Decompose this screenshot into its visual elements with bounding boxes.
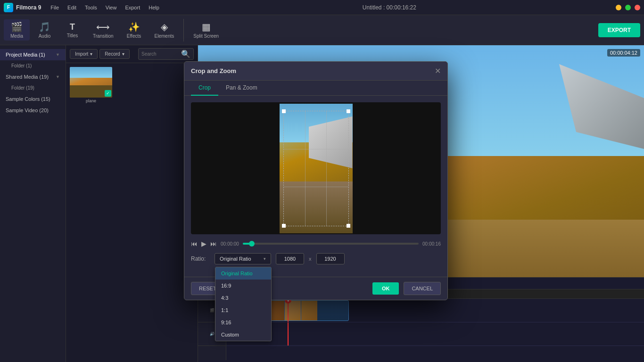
sidebar-item-project-media[interactable]: Project Media (1) ▼ [0,49,66,60]
ratio-select[interactable]: Original Ratio ▾ Original Ratio 16:9 4:3… [215,253,271,264]
app-name: Filmora 9 [16,4,41,11]
toolbar-separator [183,19,184,41]
effects-label: Effects [127,33,141,39]
crop-grid-horiz-1 [284,149,348,149]
import-button[interactable]: Import ▾ [70,49,98,59]
menu-bar: File Edit Tools View Export Help [47,3,163,12]
media-panel: Import ▾ Record ▾ 🔍 ✓ [66,45,198,362]
playhead-marker[interactable]: ● [288,299,289,322]
video-track-row: ● plane [226,299,644,322]
dropdown-item-916[interactable]: 9:16 [215,316,271,329]
crop-image [280,104,353,233]
top-bar-left: F Filmora 9 File Edit Tools View Export … [4,3,163,12]
clip-thumb-3 [284,301,301,321]
dropdown-item-169[interactable]: 16:9 [215,280,271,292]
toolbar-titles[interactable]: T Titles [59,20,85,40]
dropdown-item-original[interactable]: Original Ratio [215,267,271,280]
sidebar-project-media-label: Project Media (1) [6,52,45,58]
close-button[interactable] [635,5,640,10]
ratio-dropdown-arrow-icon: ▾ [264,256,266,261]
menu-file[interactable]: File [47,3,63,12]
crop-preview-container [191,102,441,234]
split-screen-icon: ▦ [202,21,211,33]
playback-dot [249,241,255,247]
dropdown-item-43[interactable]: 4:3 [215,292,271,304]
width-input[interactable]: 1080 [276,253,304,264]
tab-crop[interactable]: Crop [191,81,218,96]
app-logo-icon: F [4,3,13,12]
dialog-close-button[interactable]: ✕ [435,66,441,75]
playback-time-current: 00:00:00 [221,241,239,247]
crop-handle-tr[interactable] [347,109,350,113]
transition-label: Transition [93,33,114,39]
crop-dialog: Crop and Zoom ✕ Crop Pan & Zoom [184,61,448,300]
maximize-button[interactable] [625,5,631,10]
sidebar-folder1-label: Folder (1) [11,63,32,68]
cancel-button[interactable]: CANCEL [404,282,441,295]
menu-help[interactable]: Help [145,3,163,12]
search-icon: 🔍 [181,49,190,58]
thumb-check-icon: ✓ [105,90,111,97]
dimension-separator: x [309,256,312,262]
toolbar-effects[interactable]: ✨ Effects [121,19,147,41]
toolbar-audio[interactable]: 🎵 Audio [32,19,58,41]
playback-prev-button[interactable]: ⏮ [191,240,198,247]
playback-play-button[interactable]: ▶ [201,240,206,247]
playback-bar[interactable] [243,243,419,245]
toolbar-media[interactable]: 🎬 Media [4,19,30,41]
menu-export[interactable]: Export [121,3,144,12]
minimize-button[interactable] [616,5,621,10]
sidebar-item-sample-colors[interactable]: Sample Colors (15) [0,93,66,105]
ratio-selected-value: Original Ratio [220,256,251,262]
audio-label: Audio [39,33,51,39]
export-button[interactable]: EXPORT [598,23,640,37]
window-controls [616,5,640,10]
record-button[interactable]: Record ▾ [99,49,129,59]
toolbar-split-screen[interactable]: ▦ Split Screen [188,19,224,41]
crop-handle-tl[interactable] [282,109,286,113]
crop-grid-horiz-2 [284,187,348,187]
sidebar-item-folder19[interactable]: Folder (19) [0,82,66,93]
media-toolbar: Import ▾ Record ▾ 🔍 [66,45,198,63]
menu-tools[interactable]: Tools [81,3,101,12]
sidebar-arrow-shared: ▼ [56,74,60,79]
crop-handle-bl[interactable] [282,224,286,228]
ok-button[interactable]: OK [372,282,399,295]
crop-handle-br[interactable] [347,224,350,228]
tab-pan-zoom[interactable]: Pan & Zoom [218,81,265,96]
sidebar-item-shared-media[interactable]: Shared Media (19) ▼ [0,71,66,82]
dialog-body: ⏮ ▶ ⏭ 00:00:00 00:00:16 Ratio: Original … [184,96,447,277]
import-arrow-icon: ▾ [90,51,92,57]
record-label: Record [105,51,120,57]
effects-icon: ✨ [128,21,140,33]
sidebar-item-folder1[interactable]: Folder (1) [0,60,66,71]
menu-edit[interactable]: Edit [64,3,80,12]
crop-selection-box[interactable] [283,111,349,226]
preview-time: 00:00:04:12 [607,49,640,57]
dialog-title-bar: Crop and Zoom ✕ [184,62,447,81]
sidebar-item-sample-video[interactable]: Sample Video (20) [0,105,66,116]
media-search-box[interactable]: 🔍 [138,48,194,60]
crop-grid-vert-1 [305,111,305,226]
media-item-plane[interactable]: ✓ plane [70,67,112,103]
main-toolbar: 🎬 Media 🎵 Audio T Titles ⟷ Transition ✨ … [0,15,644,45]
import-label: Import [75,51,88,57]
dropdown-item-custom[interactable]: Custom [215,329,271,341]
toolbar-elements[interactable]: ◈ Elements [149,19,180,41]
playback-next-button[interactable]: ⏭ [210,240,217,247]
ratio-label: Ratio: [191,255,210,262]
menu-view[interactable]: View [102,3,121,12]
titles-label: Titles [67,33,78,38]
track-content: ● plane [226,299,644,360]
sidebar: Project Media (1) ▼ Folder (1) Shared Me… [0,45,66,362]
sidebar-sample-colors-label: Sample Colors (15) [6,96,50,102]
search-input[interactable] [141,51,179,57]
titles-icon: T [70,22,75,32]
toolbar-transition[interactable]: ⟷ Transition [87,19,119,41]
media-grid: ✓ plane [66,63,198,107]
dialog-title: Crop and Zoom [191,67,236,74]
record-arrow-icon: ▾ [122,51,124,57]
dropdown-item-11[interactable]: 1:1 [215,304,271,316]
media-thumb-plane[interactable]: ✓ [70,67,112,98]
height-input[interactable]: 1920 [316,253,345,264]
